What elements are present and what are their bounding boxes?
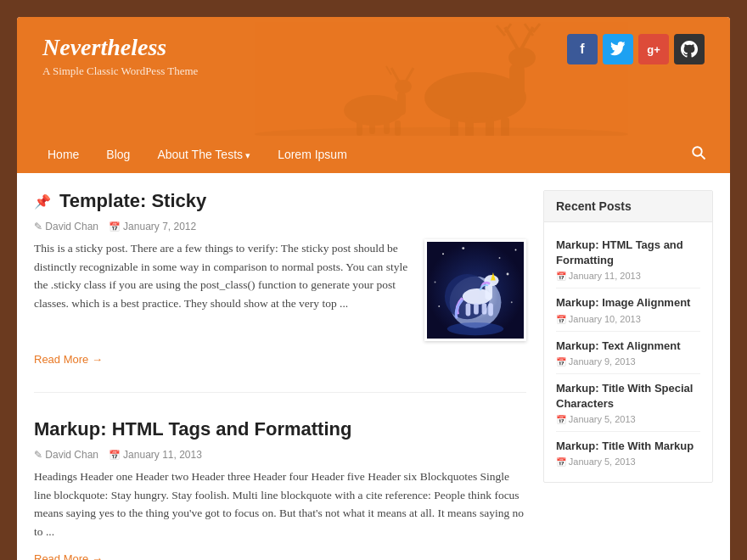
recent-post-1: Markup: HTML Tags and Formatting January…	[556, 231, 700, 288]
date-sticky: January 7, 2012	[109, 221, 196, 232]
article-body-sticky: This is a sticky post. There are a few t…	[34, 239, 526, 341]
svg-point-23	[255, 127, 628, 136]
recent-post-title-1[interactable]: Markup: HTML Tags and Formatting	[556, 238, 700, 268]
svg-point-29	[499, 257, 501, 259]
article-meta-html: David Chan January 11, 2013	[34, 449, 526, 461]
nav-item-home[interactable]: Home	[34, 136, 93, 173]
svg-point-28	[462, 247, 464, 249]
site-header: Nevertheless A Simple Classic WordPess T…	[17, 17, 730, 136]
recent-post-date-4: January 5, 2013	[556, 414, 700, 424]
site-nav: Home Blog About The Tests Lorem Ipsum	[17, 136, 730, 173]
nav-item-lorem[interactable]: Lorem Ipsum	[264, 136, 361, 173]
svg-rect-44	[482, 303, 487, 314]
date-html: January 11, 2013	[109, 449, 202, 461]
site-container: Nevertheless A Simple Classic WordPess T…	[17, 17, 730, 560]
search-icon[interactable]	[684, 138, 713, 171]
article-title-html: Markup: HTML Tags and Formatting	[34, 418, 351, 440]
gplus-icon[interactable]: g+	[638, 34, 669, 64]
main-content: 📌 Template: Sticky David Chan January 7,…	[34, 190, 526, 560]
article-excerpt-html: Headings Header one Header two Header th…	[34, 468, 526, 540]
outer-wrapper: Nevertheless A Simple Classic WordPess T…	[0, 0, 747, 560]
article-meta-sticky: David Chan January 7, 2012	[34, 221, 526, 232]
pin-icon: 📌	[34, 193, 51, 210]
article-header-sticky: 📌 Template: Sticky	[34, 190, 526, 212]
recent-posts-list: Markup: HTML Tags and Formatting January…	[544, 222, 712, 482]
read-more-html[interactable]: Read More	[34, 552, 103, 560]
nav-links: Home Blog About The Tests Lorem Ipsum	[34, 136, 361, 173]
svg-rect-43	[474, 303, 479, 314]
author-html: David Chan	[34, 449, 98, 461]
article-header-html: Markup: HTML Tags and Formatting	[34, 418, 526, 440]
content-area: 📌 Template: Sticky David Chan January 7,…	[17, 173, 730, 560]
article-title-sticky: Template: Sticky	[59, 190, 206, 212]
sidebar: Recent Posts Markup: HTML Tags and Forma…	[543, 190, 713, 560]
article-sticky: 📌 Template: Sticky David Chan January 7,…	[34, 190, 526, 393]
article-html-tags: Markup: HTML Tags and Formatting David C…	[34, 418, 526, 560]
nav-link-about[interactable]: About The Tests	[143, 136, 264, 173]
recent-post-date-1: January 11, 2013	[556, 271, 700, 281]
nav-link-lorem[interactable]: Lorem Ipsum	[264, 136, 361, 173]
svg-point-33	[438, 305, 440, 307]
author-sticky: David Chan	[34, 221, 98, 232]
recent-post-date-3: January 9, 2013	[556, 356, 700, 367]
svg-rect-45	[488, 303, 493, 316]
nav-item-about[interactable]: About The Tests	[143, 136, 264, 173]
svg-point-24	[693, 147, 702, 156]
github-icon[interactable]	[674, 34, 705, 64]
recent-posts-widget: Recent Posts Markup: HTML Tags and Forma…	[543, 190, 713, 483]
unicorn-image	[427, 242, 524, 339]
recent-post-date-2: January 10, 2013	[556, 314, 700, 324]
article-thumbnail-sticky	[424, 239, 526, 341]
recent-post-3: Markup: Text Alignment January 9, 2013	[556, 332, 700, 374]
recent-post-2: Markup: Image Alignment January 10, 2013	[556, 288, 700, 331]
social-icons: f g+	[567, 34, 705, 64]
nav-item-blog[interactable]: Blog	[93, 136, 143, 173]
svg-point-34	[511, 301, 513, 303]
recent-post-date-5: January 5, 2013	[556, 456, 700, 467]
site-tagline: A Simple Classic WordPess Theme	[42, 64, 705, 78]
recent-post-title-4[interactable]: Markup: Title With Special Characters	[556, 381, 700, 412]
svg-rect-39	[485, 283, 492, 300]
recent-post-4: Markup: Title With Special Characters Ja…	[556, 374, 700, 432]
article-excerpt-sticky: This is a sticky post. There are a few t…	[34, 239, 411, 312]
svg-point-15	[395, 80, 412, 93]
twitter-icon[interactable]	[603, 34, 633, 64]
recent-post-5: Markup: Title With Markup January 5, 201…	[556, 432, 700, 473]
facebook-icon[interactable]: f	[567, 34, 598, 64]
recent-post-title-5[interactable]: Markup: Title With Markup	[556, 439, 700, 454]
recent-post-title-3[interactable]: Markup: Text Alignment	[556, 339, 700, 354]
recent-posts-title: Recent Posts	[544, 191, 712, 222]
svg-point-37	[447, 322, 504, 335]
svg-point-32	[507, 273, 509, 276]
nav-link-home[interactable]: Home	[34, 136, 93, 173]
svg-rect-42	[466, 303, 471, 316]
svg-rect-14	[397, 92, 406, 115]
svg-point-27	[442, 253, 444, 255]
svg-point-30	[515, 249, 517, 251]
svg-point-31	[435, 282, 436, 283]
article-body-html: Headings Header one Header two Header th…	[34, 468, 526, 540]
read-more-sticky[interactable]: Read More	[34, 353, 103, 366]
svg-line-25	[701, 154, 705, 159]
recent-post-title-2[interactable]: Markup: Image Alignment	[556, 295, 700, 311]
nav-link-blog[interactable]: Blog	[93, 136, 143, 173]
